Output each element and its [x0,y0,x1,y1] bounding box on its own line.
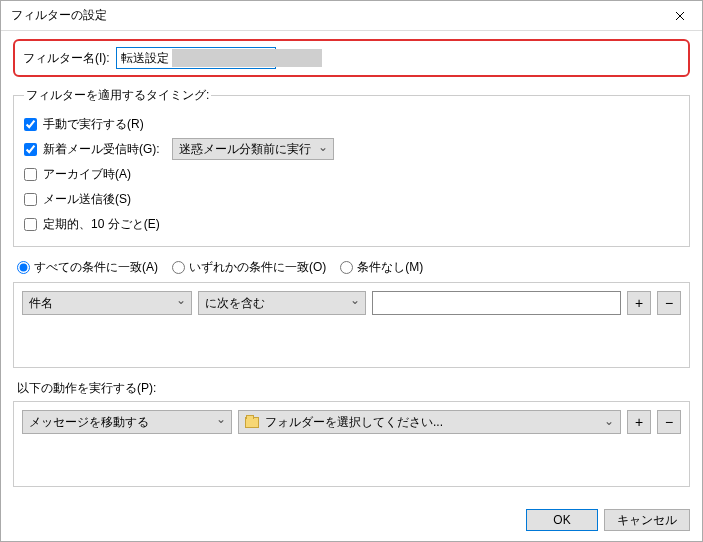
actions-legend: 以下の動作を実行する(P): [17,380,690,397]
periodic-checkbox[interactable] [24,218,37,231]
match-any-radio-label[interactable]: いずれかの条件に一致(O) [172,259,326,276]
action-row: メッセージを移動する フォルダーを選択してください... + − [22,410,681,434]
match-all-radio[interactable] [17,261,30,274]
action-add-button[interactable]: + [627,410,651,434]
match-none-text: 条件なし(M) [357,259,423,276]
rule-field-select[interactable]: 件名 [22,291,192,315]
manual-checkbox[interactable] [24,118,37,131]
periodic-label: 定期的、10 分ごと(E) [43,216,160,233]
match-radio-row: すべての条件に一致(A) いずれかの条件に一致(O) 条件なし(M) [17,259,690,276]
cancel-button[interactable]: キャンセル [604,509,690,531]
folder-select[interactable]: フォルダーを選択してください... [238,410,621,434]
action-remove-button[interactable]: − [657,410,681,434]
match-none-radio[interactable] [340,261,353,274]
match-all-radio-label[interactable]: すべての条件に一致(A) [17,259,158,276]
aftersend-label: メール送信後(S) [43,191,131,208]
incoming-select[interactable]: 迷惑メール分類前に実行 [172,138,334,160]
filter-name-input[interactable] [116,47,276,69]
match-none-radio-label[interactable]: 条件なし(M) [340,259,423,276]
rule-remove-button[interactable]: − [657,291,681,315]
filter-name-row: フィルター名(I): [13,39,690,77]
actions-box: メッセージを移動する フォルダーを選択してください... + − [13,401,690,487]
incoming-label: 新着メール受信時(G): [43,141,160,158]
archive-label: アーカイブ時(A) [43,166,131,183]
aftersend-checkbox[interactable] [24,193,37,206]
rules-box: 件名 に次を含む + − [13,282,690,368]
rule-op-select[interactable]: に次を含む [198,291,366,315]
close-icon [675,11,685,21]
rule-add-button[interactable]: + [627,291,651,315]
archive-checkbox[interactable] [24,168,37,181]
incoming-checkbox[interactable] [24,143,37,156]
titlebar: フィルターの設定 [1,1,702,31]
rule-row: 件名 に次を含む + − [22,291,681,315]
ok-button[interactable]: OK [526,509,598,531]
close-button[interactable] [658,1,702,30]
timing-legend: フィルターを適用するタイミング: [24,87,211,104]
footer: OK キャンセル [526,509,690,531]
rule-value-input[interactable] [372,291,621,315]
match-any-text: いずれかの条件に一致(O) [189,259,326,276]
folder-icon [245,417,259,428]
filter-name-label: フィルター名(I): [23,50,110,67]
match-any-radio[interactable] [172,261,185,274]
action-select[interactable]: メッセージを移動する [22,410,232,434]
folder-select-text: フォルダーを選択してください... [265,414,443,431]
timing-fieldset: フィルターを適用するタイミング: 手動で実行する(R) 新着メール受信時(G):… [13,87,690,247]
manual-label: 手動で実行する(R) [43,116,144,133]
window-title: フィルターの設定 [11,7,107,24]
match-all-text: すべての条件に一致(A) [34,259,158,276]
